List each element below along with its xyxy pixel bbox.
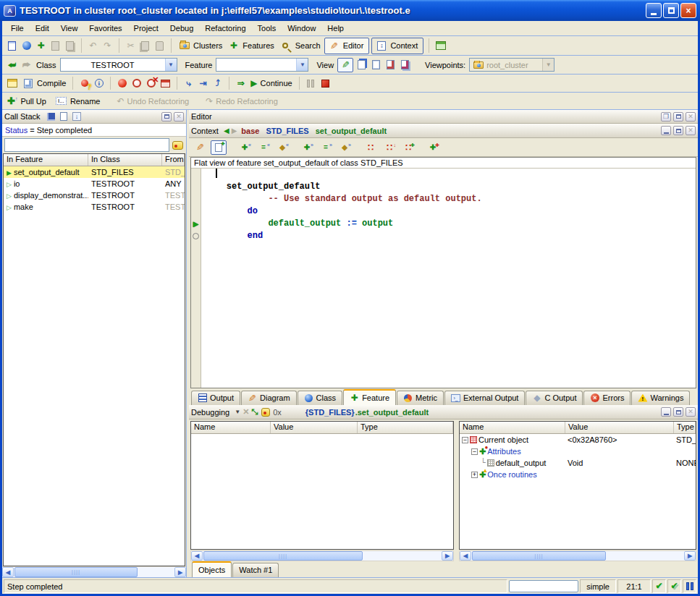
save-all-icon[interactable] [64,40,76,52]
context-toggle-button[interactable]: ⁞⁞ Context [371,38,423,54]
breadcrumb-cluster[interactable]: base [239,127,261,135]
feature-combo-arrow-icon[interactable]: ▼ [296,59,308,71]
interface-view-icon[interactable] [399,59,411,71]
watch-column-value[interactable]: Value [271,422,358,433]
open-icon[interactable] [20,40,33,52]
paste-icon[interactable] [153,40,166,52]
scroll-right-icon[interactable]: ▶ [174,567,186,577]
compile-button[interactable]: Compile [20,77,67,90]
editor-close-icon[interactable]: ✕ [686,112,696,122]
undo-icon[interactable]: ↶ [87,40,99,52]
ancestors-icon[interactable]: ⛚ [363,140,379,155]
menu-help[interactable]: Help [321,21,350,35]
close-button[interactable]: × [680,3,696,18]
step-over-icon[interactable]: ⇥ [197,77,209,90]
execution-arrow-icon[interactable]: ▶ [191,218,201,230]
info-icon[interactable]: i [93,77,105,90]
call-stack-row[interactable]: ▷ioTESTROOTANY [4,178,185,190]
creations-icon[interactable]: ◆» [337,140,353,155]
features-button[interactable]: ✚ Features [226,40,275,52]
callers-icon[interactable]: ✚« [237,140,253,155]
hex-toggle[interactable]: 0x [273,408,282,417]
context-maximize-icon[interactable] [673,126,683,135]
debugging-minimize-icon[interactable] [661,407,671,417]
menu-refactoring[interactable]: Refactoring [199,21,251,35]
objects-column-name[interactable]: Name [460,422,565,433]
creators-icon[interactable]: ◆« [274,140,290,155]
contract-view-icon[interactable] [384,59,397,71]
call-stack-hscrollbar[interactable]: ◀ ▶ [2,566,186,577]
objects-tree-row[interactable]: +✚▲Once routines [460,469,696,480]
external-commands-icon[interactable] [434,40,447,52]
column-in-feature[interactable]: In Feature [4,154,88,166]
enable-breakpoints-icon[interactable] [116,77,128,90]
objects-tree-row[interactable]: └default_outputVoidNONE [460,457,696,469]
breadcrumb-class[interactable]: STD_FILES [263,127,311,135]
watch-column-type[interactable]: Type [358,422,453,433]
copy-icon[interactable] [139,40,151,52]
menu-edit[interactable]: Edit [30,21,55,35]
call-stack-row[interactable]: ▶set_output_defaultSTD_FILESSTD_ [4,166,185,178]
stop-icon[interactable] [319,77,332,90]
objects-hscrollbar[interactable]: ◀ ▶ [459,550,696,561]
copy-call-stack-icon[interactable] [59,111,69,123]
project-settings-icon[interactable] [6,77,18,90]
scroll-right-icon[interactable]: ▶ [684,551,696,561]
breakpoints-tool-icon[interactable] [159,77,172,90]
forward-icon[interactable]: ⮫ [20,59,33,71]
basic-text-view-icon[interactable]: ✎ [192,140,208,155]
cut-icon[interactable]: ✂ [125,40,137,52]
menu-favorites[interactable]: Favorites [83,21,127,35]
code-text[interactable]: set_output_default -- Use standard outpu… [201,169,696,388]
objects-column-type[interactable]: Type [674,422,696,433]
clusters-button[interactable]: Clusters [177,40,224,52]
exception-handling-icon[interactable] [172,139,184,151]
menu-file[interactable]: File [5,21,30,35]
tab-warnings[interactable]: !Warnings [631,391,690,405]
tab-c-output[interactable]: ◆C Output [526,391,583,405]
debugging-close-tool-icon[interactable]: ✕ [243,408,249,416]
call-stack-row[interactable]: ▷makeTESTROOTTEST [4,201,185,213]
collapse-icon[interactable]: − [471,448,478,455]
save-call-stack-icon[interactable] [46,111,56,123]
tab-errors[interactable]: ×Errors [583,391,631,405]
pull-up-button[interactable]: ✚↑ Pull Up [6,95,48,106]
new-window-icon[interactable] [6,40,18,52]
watch-hscrollbar[interactable]: ◀ ▶ [190,550,454,561]
context-forward-icon[interactable]: ▶ [232,127,237,135]
tab-diagram[interactable]: ✎Diagram [241,391,297,405]
descendants-icon[interactable]: ⛚↓ [381,140,397,155]
call-stack-filter-input[interactable] [4,138,169,152]
menu-tools[interactable]: Tools [252,21,282,35]
clickable-view-icon[interactable] [355,59,368,71]
call-stack-row[interactable]: ▷display_demonstrat...TESTROOTTEST [4,190,185,201]
notes-bubble-icon[interactable] [260,406,271,418]
menu-window[interactable]: Window [282,21,321,35]
expand-icon[interactable]: + [471,472,478,478]
scroll-thumb[interactable] [472,551,606,561]
add-icon[interactable]: ✚ [35,40,47,52]
watch-column-name[interactable]: Name [191,422,271,433]
minimize-button[interactable] [646,3,662,18]
tab-metric[interactable]: Metric [397,391,444,405]
tab-objects[interactable]: Objects [192,561,232,577]
tab-output[interactable]: Output [191,391,240,405]
editor-maximize-icon[interactable] [673,112,683,122]
scroll-thumb[interactable] [203,551,363,561]
disable-breakpoints-icon[interactable] [130,77,143,90]
class-combo-arrow-icon[interactable]: ▼ [165,59,177,71]
step-into-icon[interactable]: ⤷ [182,77,195,90]
debugging-menu-arrow-icon[interactable]: ▼ [235,409,240,415]
implementers-icon[interactable]: ✚✚ [425,140,441,155]
homonyms-icon[interactable]: ⛚✚ [400,140,416,155]
maximize-button[interactable] [663,3,679,18]
objects-tree-row[interactable]: −✚●Attributes [460,446,696,457]
context-back-icon[interactable]: ◀ [224,127,229,135]
watch-table-empty[interactable] [191,434,453,549]
debugging-maximize-icon[interactable] [673,407,683,417]
scroll-left-icon[interactable]: ◀ [2,567,14,577]
tab-watch-1[interactable]: Watch #1 [232,563,279,577]
stack-depth-icon[interactable]: ↓ [72,111,83,123]
assignees-icon[interactable]: =» [318,140,334,155]
scroll-right-icon[interactable]: ▶ [442,551,453,561]
